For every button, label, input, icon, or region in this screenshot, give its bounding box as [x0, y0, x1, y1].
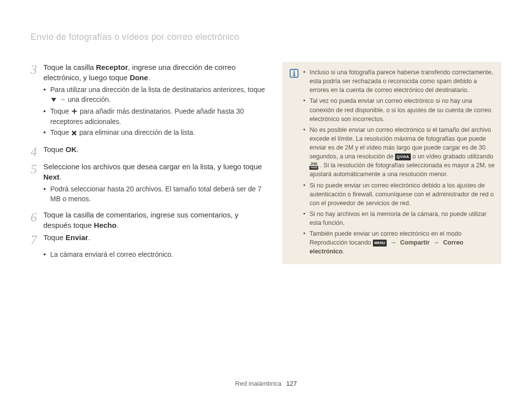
text: . [148, 73, 150, 82]
text: o un vídeo grabado utilizando [412, 153, 493, 160]
info-item: No es posible enviar un correo electróni… [303, 125, 495, 179]
info-list: Incluso si una fotografía parece haberse… [300, 68, 495, 258]
info-item: Si no puede enviar un correo electrónico… [303, 181, 495, 208]
info-icon-wrap [288, 68, 300, 78]
arrow: → [390, 239, 398, 246]
badge-top: 240 [309, 162, 318, 166]
list-item: Toque para añadir más destinatarios. Pue… [43, 106, 266, 127]
x-icon [71, 128, 77, 138]
info-icon [290, 69, 299, 78]
qvga-badge-icon: QVGA [395, 154, 411, 160]
text: . Si la resolución de fotografías selecc… [309, 162, 495, 178]
text: . [116, 221, 118, 229]
text: . [342, 248, 344, 255]
step-3: 3 Toque la casilla Receptor, ingrese una… [31, 62, 266, 83]
step-7-bullets: La cámara enviará el correo electrónico. [31, 249, 266, 259]
text: Toque [43, 145, 66, 154]
info-item: Si no hay archivos en la memoria de la c… [303, 210, 495, 227]
text: Para utilizar una dirección de la lista … [50, 86, 265, 93]
bold-hecho: Hecho [94, 221, 117, 229]
step-number: 3 [31, 62, 43, 77]
text: Toque la casilla [43, 63, 96, 71]
step-text: Toque la casilla Receptor, ingrese una d… [43, 62, 266, 83]
text: Toque la casilla de comentarios, ingrese… [43, 211, 238, 229]
info-item: Incluso si una fotografía parece haberse… [303, 68, 495, 94]
footer-label: Red inalámbrica [235, 380, 281, 387]
video-240-badge-icon: 240 WEB [309, 162, 318, 170]
footer: Red inalámbrica 127 [0, 380, 532, 387]
list-item: Podrá seleccionar hasta 20 archivos. El … [43, 184, 266, 204]
text: . [88, 233, 90, 242]
text: para añadir más destinatarios. Puede aña… [50, 107, 244, 125]
step-3-bullets: Para utilizar una dirección de la lista … [31, 85, 266, 138]
step-text: Seleccione los archivos que desea cargar… [43, 161, 266, 182]
bold-enviar: Enviar [66, 233, 88, 242]
left-column: 3 Toque la casilla Receptor, ingrese una… [31, 62, 266, 265]
step-number: 5 [31, 161, 43, 177]
step-5: 5 Seleccione los archivos que desea carg… [31, 161, 266, 182]
step-4: 4 Toque OK. [31, 144, 266, 159]
text: Toque [50, 107, 71, 115]
text: → una dirección. [59, 95, 111, 103]
step-5-bullets: Podrá seleccionar hasta 20 archivos. El … [31, 184, 266, 204]
bold-next: Next [43, 173, 60, 181]
bold-compartir: Compartir [400, 239, 430, 246]
arrow: → [432, 239, 441, 246]
triangle-down-icon [51, 95, 57, 105]
list-item: La cámara enviará el correo electrónico. [43, 249, 266, 259]
svg-marker-0 [51, 98, 56, 102]
page-number: 127 [286, 380, 297, 387]
bold-receptor: Receptor [96, 63, 128, 71]
plus-icon [71, 107, 77, 117]
badge-bot: WEB [309, 166, 318, 170]
text: Toque [50, 128, 71, 136]
section-title: Envío de fotografías o vídeos por correo… [31, 32, 501, 42]
step-number: 4 [31, 144, 43, 159]
step-text: Toque Enviar. [43, 232, 266, 243]
text: para eliminar una dirección de la lista. [79, 128, 195, 136]
text: Seleccione los archivos que desea cargar… [43, 162, 262, 171]
step-text: Toque la casilla de comentarios, ingrese… [43, 210, 266, 230]
bold-ok: OK [66, 145, 77, 154]
bold-done: Done [130, 73, 148, 82]
menu-badge-icon: MENU [373, 240, 387, 247]
page: Envío de fotografías o vídeos por correo… [0, 0, 532, 401]
step-number: 7 [31, 232, 43, 247]
list-item: Para utilizar una dirección de la lista … [43, 85, 266, 105]
text: . [60, 173, 62, 181]
text: . [77, 145, 79, 154]
step-7: 7 Toque Enviar. [31, 232, 266, 247]
step-number: 6 [31, 210, 43, 225]
right-column: Incluso si una fotografía parece haberse… [282, 62, 501, 265]
info-item: También puede enviar un correo electróni… [303, 229, 495, 256]
svg-rect-2 [72, 111, 77, 112]
text: Toque [43, 233, 66, 242]
info-item: Tal vez no pueda enviar un correo electr… [303, 96, 495, 123]
list-item: Toque para eliminar una dirección de la … [43, 127, 266, 138]
info-box: Incluso si una fotografía parece haberse… [282, 62, 501, 264]
two-column-layout: 3 Toque la casilla Receptor, ingrese una… [31, 62, 501, 265]
step-text: Toque OK. [43, 144, 266, 154]
step-6: 6 Toque la casilla de comentarios, ingre… [31, 210, 266, 230]
